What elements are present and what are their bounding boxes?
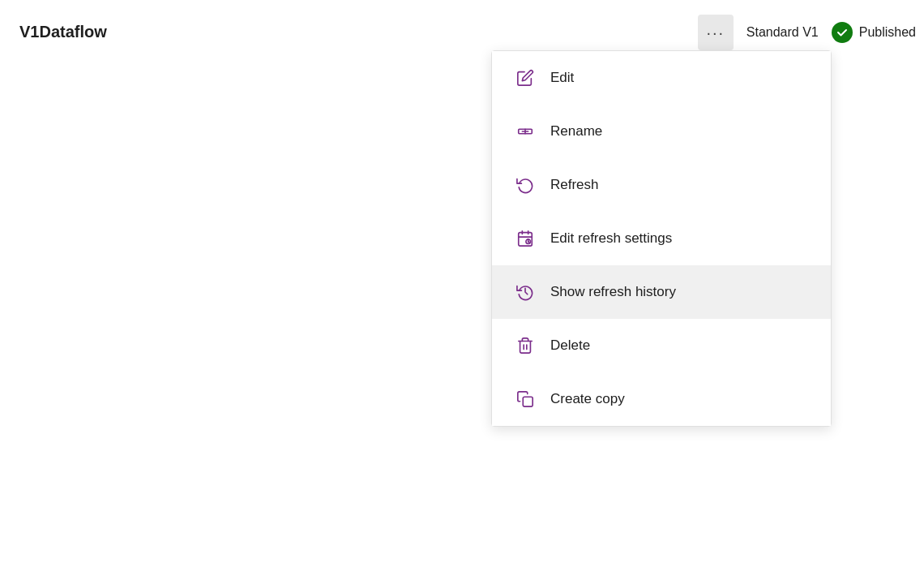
- version-label: Standard V1: [746, 25, 819, 40]
- header-right: ··· Standard V1 Published: [698, 15, 916, 50]
- menu-item-delete[interactable]: Delete: [492, 319, 831, 372]
- context-menu: Edit Rename Refresh: [491, 50, 832, 427]
- menu-item-create-copy[interactable]: Create copy: [492, 372, 831, 426]
- menu-item-show-refresh-history[interactable]: Show refresh history: [492, 265, 831, 319]
- menu-item-refresh-label: Refresh: [550, 177, 599, 193]
- delete-icon: [515, 335, 536, 356]
- menu-item-create-copy-label: Create copy: [550, 391, 625, 407]
- menu-item-show-refresh-history-label: Show refresh history: [550, 284, 676, 300]
- svg-line-9: [528, 242, 529, 243]
- published-icon: [832, 22, 853, 43]
- menu-item-edit[interactable]: Edit: [492, 51, 831, 105]
- menu-item-edit-label: Edit: [550, 70, 574, 86]
- menu-item-rename-label: Rename: [550, 123, 602, 140]
- menu-item-refresh[interactable]: Refresh: [492, 158, 831, 212]
- edit-icon: [515, 67, 536, 88]
- menu-item-edit-refresh-settings-label: Edit refresh settings: [550, 230, 672, 247]
- history-icon: [515, 282, 536, 303]
- menu-item-delete-label: Delete: [550, 337, 590, 354]
- page-title: V1Dataflow: [19, 23, 107, 41]
- menu-item-edit-refresh-settings[interactable]: Edit refresh settings: [492, 212, 831, 265]
- refresh-icon: [515, 174, 536, 196]
- published-badge: Published: [832, 22, 916, 43]
- menu-item-rename[interactable]: Rename: [492, 105, 831, 158]
- svg-rect-12: [523, 397, 533, 406]
- published-label: Published: [859, 25, 916, 40]
- more-button[interactable]: ···: [698, 15, 734, 50]
- copy-icon: [515, 389, 536, 410]
- calendar-icon: [515, 228, 536, 249]
- rename-icon: [515, 121, 536, 142]
